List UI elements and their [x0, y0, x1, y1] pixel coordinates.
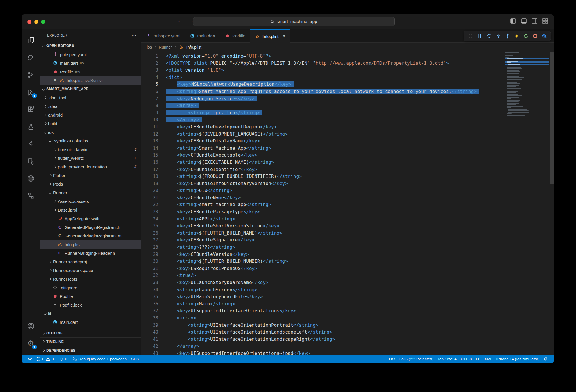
line-number[interactable]: 6 — [141, 88, 165, 95]
code-line-26[interactable]: 26<string>$(FLUTTER_BUILD_NAME)</string> — [141, 230, 554, 237]
step-out-icon[interactable] — [503, 32, 511, 40]
code-line-17[interactable]: 17<key>CFBundleIdentifier</key> — [141, 166, 554, 173]
tree-item-android[interactable]: android — [40, 111, 141, 119]
editor-scrollbar[interactable] — [550, 52, 554, 184]
line-number[interactable]: 15 — [141, 152, 165, 159]
toggle-panel-icon[interactable] — [521, 18, 527, 24]
line-number[interactable]: 22 — [141, 201, 165, 208]
tree-item-runner-xcodeproj[interactable]: Runner.xcodeproj — [40, 257, 141, 266]
explorer-more-actions-icon[interactable]: ⋯ — [131, 33, 137, 39]
code-line-3[interactable]: 3<plist version="1.0"> — [141, 67, 554, 74]
activity-testing-icon[interactable] — [22, 118, 40, 135]
tab-main-dart[interactable]: main.dart — [185, 29, 220, 42]
activity-remote-tools-icon[interactable] — [22, 153, 40, 170]
indentation[interactable]: Tab Size: 4 — [435, 357, 459, 361]
code-line-18[interactable]: 18<string>$(PRODUCT_BUNDLE_IDENTIFIER)</… — [141, 173, 554, 180]
tree-item-build[interactable]: build — [40, 119, 141, 128]
line-number[interactable]: 13 — [141, 138, 165, 145]
ports-indicator[interactable]: 0 — [57, 355, 69, 363]
code-line-42[interactable]: 42</array> — [141, 343, 554, 350]
code-line-8[interactable]: 8<array> — [141, 102, 554, 109]
line-number[interactable]: 27 — [141, 237, 165, 244]
activity-github-icon[interactable] — [22, 170, 40, 187]
title-bar[interactable]: ← → smart_machine_app — [22, 14, 554, 29]
line-number[interactable]: 39 — [141, 322, 165, 329]
line-number[interactable]: 11 — [141, 123, 165, 131]
open-editor-podfile[interactable]: Podfileios — [40, 67, 141, 76]
tree-item-bonsoir-darwin[interactable]: bonsoir_darwin↪ — [40, 145, 141, 154]
open-editors-header[interactable]: OPEN EDITORS — [40, 41, 141, 50]
minimize-window-button[interactable] — [34, 20, 38, 24]
zoom-window-button[interactable] — [41, 20, 45, 24]
tree-item-lib[interactable]: lib — [40, 309, 141, 318]
line-number[interactable]: 29 — [141, 251, 165, 258]
code-line-33[interactable]: 33<key>UILaunchStoryboardName</key> — [141, 279, 554, 286]
line-number[interactable]: 8 — [141, 102, 165, 109]
tree-item-base-lproj[interactable]: Base.lproj — [40, 205, 141, 214]
code-line-36[interactable]: 36<string>Main</string> — [141, 300, 554, 308]
code-line-25[interactable]: 25<key>CFBundleShortVersionString</key> — [141, 222, 554, 230]
line-number[interactable]: 3 — [141, 67, 165, 74]
line-number[interactable]: 18 — [141, 173, 165, 180]
line-number[interactable]: 37 — [141, 307, 165, 315]
line-number[interactable]: 12 — [141, 131, 165, 138]
tree-item-podfile[interactable]: Podfile — [40, 292, 141, 300]
code-line-30[interactable]: 30<string>$(FLUTTER_BUILD_NUMBER)</strin… — [141, 258, 554, 265]
breadcrumb-ios[interactable]: ios — [147, 45, 152, 50]
section-timeline[interactable]: TIMELINE — [40, 338, 141, 346]
notifications-bell[interactable] — [541, 357, 550, 361]
tree-item-runnertests[interactable]: RunnerTests — [40, 275, 141, 283]
line-number[interactable]: 9 — [141, 109, 165, 117]
navigate-back-icon[interactable]: ← — [177, 18, 183, 24]
project-root-header[interactable]: SMART_MACHINE_APP — [40, 85, 141, 93]
pause-icon[interactable] — [476, 32, 484, 40]
code-line-38[interactable]: 38<array> — [141, 315, 554, 322]
line-number[interactable]: 36 — [141, 300, 165, 308]
code-line-43[interactable]: 43<key>UISupportedInterfaceOrientations~… — [141, 350, 554, 355]
code-line-31[interactable]: 31<key>LSRequiresIPhoneOS</key> — [141, 265, 554, 272]
code-line-28[interactable]: 28<string>????</string> — [141, 244, 554, 251]
toggle-secondary-sidebar-icon[interactable] — [532, 18, 537, 24]
code-line-2[interactable]: 2<!DOCTYPE plist PUBLIC "-//Apple//DTD P… — [141, 60, 554, 67]
tree-item--idea[interactable]: .idea — [40, 102, 141, 111]
close-window-button[interactable] — [27, 20, 31, 24]
close-icon[interactable]: × — [283, 33, 286, 39]
activity-flutter-icon[interactable] — [22, 135, 40, 153]
activity-settings-icon[interactable]: ⚙1 — [22, 335, 40, 352]
line-number[interactable]: 16 — [141, 159, 165, 166]
line-number[interactable]: 35 — [141, 293, 165, 300]
line-number[interactable]: 38 — [141, 315, 165, 322]
code-line-35[interactable]: 35<key>UIMainStoryboardFile</key> — [141, 293, 554, 300]
code-line-29[interactable]: 29<key>CFBundleVersion</key> — [141, 251, 554, 258]
activity-run-and-debug-icon[interactable]: 1 — [22, 83, 40, 101]
code-line-21[interactable]: 21<key>CFBundleName</key> — [141, 194, 554, 201]
code-editor[interactable]: 1<?xml version="1.0" encoding="UTF-8"?>2… — [141, 52, 554, 355]
line-number[interactable]: 14 — [141, 145, 165, 152]
eol-sequence[interactable]: LF — [474, 357, 482, 361]
restart-icon[interactable] — [522, 32, 530, 40]
customize-layout-icon[interactable] — [542, 18, 548, 24]
line-number[interactable]: 43 — [141, 350, 165, 355]
tree-item-flutter-webrtc[interactable]: flutter_webrtc↪ — [40, 154, 141, 162]
tree-item-info-plist[interactable]: Info.plist — [40, 240, 141, 249]
tree-item-runner[interactable]: Runner — [40, 188, 141, 197]
breadcrumb-runner[interactable]: Runner — [159, 45, 172, 50]
line-number[interactable]: 33 — [141, 279, 165, 286]
line-number[interactable]: 42 — [141, 343, 165, 350]
tab-pubspec-yaml[interactable]: !pubspec.yaml — [141, 29, 185, 42]
activity-account-icon[interactable] — [22, 317, 40, 335]
tree-item-path-provider-foundation[interactable]: path_provider_foundation↪ — [40, 162, 141, 171]
code-line-7[interactable]: 7<key>NSBonjourServices</key> — [141, 95, 554, 102]
step-into-icon[interactable] — [494, 32, 502, 40]
stop-icon[interactable] — [531, 32, 539, 40]
line-number[interactable]: 17 — [141, 166, 165, 173]
code-line-32[interactable]: 32<true/> — [141, 272, 554, 279]
open-editor-pubspec-yaml[interactable]: !pubspec.yaml — [40, 50, 141, 59]
activity-explorer-icon[interactable] — [22, 32, 40, 49]
line-number[interactable]: 21 — [141, 194, 165, 201]
code-line-4[interactable]: 4<dict> — [141, 74, 554, 81]
tree-item-runner-bridging-header-h[interactable]: CRunner-Bridging-Header.h — [40, 249, 141, 257]
code-line-16[interactable]: 16<string>$(EXECUTABLE_NAME)</string> — [141, 159, 554, 166]
line-number[interactable]: 2 — [141, 60, 165, 67]
code-line-22[interactable]: 22<string>smart_machine_app</string> — [141, 201, 554, 208]
